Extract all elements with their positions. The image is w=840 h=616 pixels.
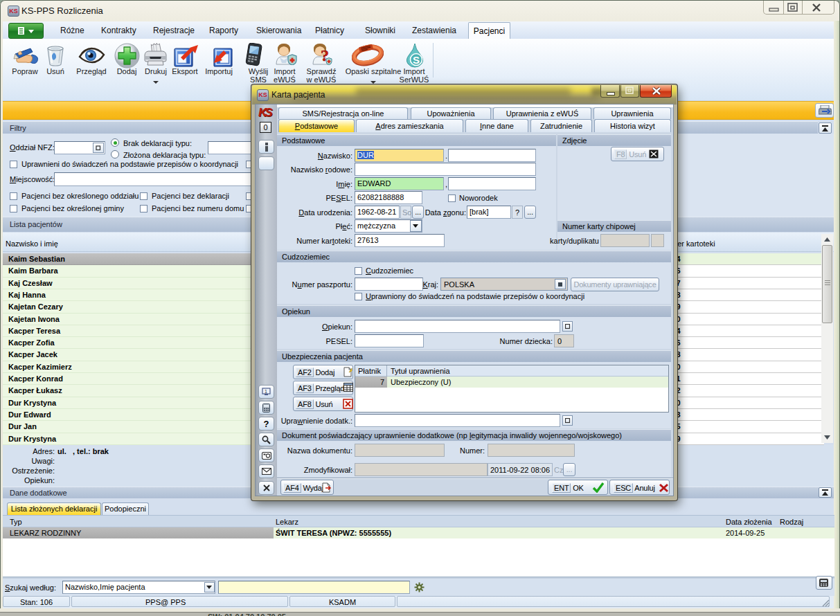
svg-text:S: S <box>413 54 420 66</box>
svg-text:1: 1 <box>265 389 267 394</box>
